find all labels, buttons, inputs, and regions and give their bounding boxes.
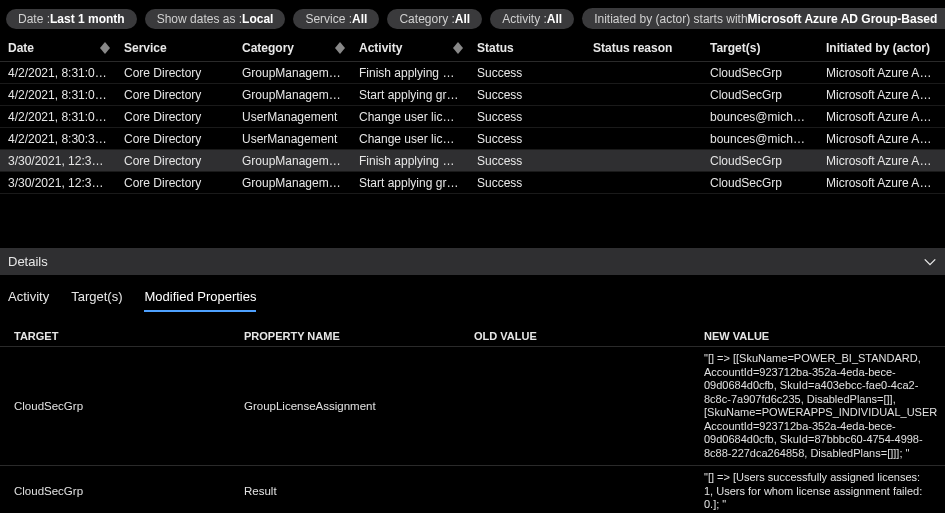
col-initiated-by[interactable]: Initiated by (actor): [818, 35, 945, 62]
col-service[interactable]: Service: [116, 35, 234, 62]
table-cell-category[interactable]: UserManagement: [234, 106, 351, 128]
prop-target: CloudSecGrp: [8, 466, 238, 513]
table-cell-status_reason[interactable]: [585, 84, 702, 106]
table-cell-status_reason[interactable]: [585, 150, 702, 172]
filter-bar: Date : Last 1 month Show dates as : Loca…: [0, 0, 945, 35]
table-cell-date[interactable]: 4/2/2021, 8:31:04 AM: [0, 84, 116, 106]
filter-service[interactable]: Service : All: [293, 9, 379, 29]
filter-category[interactable]: Category : All: [387, 9, 482, 29]
table-cell-status_reason[interactable]: [585, 62, 702, 84]
table-cell-service[interactable]: Core Directory: [116, 62, 234, 84]
prop-name: GroupLicenseAssignment: [238, 347, 468, 465]
filter-initiated-by[interactable]: Initiated by (actor) starts with Microso…: [582, 8, 945, 29]
table-cell-status[interactable]: Success: [469, 62, 585, 84]
filter-service-value: All: [352, 12, 367, 26]
table-cell-category[interactable]: GroupManagement: [234, 172, 351, 194]
table-cell-date[interactable]: 3/30/2021, 12:31:45 PM: [0, 150, 116, 172]
table-cell-targets[interactable]: CloudSecGrp: [702, 172, 818, 194]
table-cell-initiated_by[interactable]: Microsoft Azure AD Grou...: [818, 128, 945, 150]
table-cell-category[interactable]: GroupManagement: [234, 150, 351, 172]
table-cell-date[interactable]: 4/2/2021, 8:31:04 AM: [0, 62, 116, 84]
table-cell-initiated_by[interactable]: Microsoft Azure AD Grou...: [818, 84, 945, 106]
table-cell-service[interactable]: Core Directory: [116, 128, 234, 150]
table-cell-status[interactable]: Success: [469, 84, 585, 106]
prop-old: [468, 466, 698, 513]
props-row: CloudSecGrpResult"[] => [Users successfu…: [0, 465, 945, 513]
prop-new: "[] => [[SkuName=POWER_BI_STANDARD, Acco…: [698, 347, 937, 465]
table-cell-category[interactable]: GroupManagement: [234, 84, 351, 106]
table-cell-service[interactable]: Core Directory: [116, 84, 234, 106]
col-service-label: Service: [124, 41, 167, 55]
table-cell-targets[interactable]: CloudSecGrp: [702, 84, 818, 106]
filter-date[interactable]: Date : Last 1 month: [6, 9, 137, 29]
table-cell-activity[interactable]: Start applying group bas...: [351, 84, 469, 106]
prop-new: "[] => [Users successfully assigned lice…: [698, 466, 937, 513]
table-cell-activity[interactable]: Start applying group bas...: [351, 172, 469, 194]
details-header[interactable]: Details: [0, 248, 945, 275]
table-cell-activity[interactable]: Finish applying group ba...: [351, 62, 469, 84]
col-activity[interactable]: Activity: [351, 35, 469, 62]
table-cell-targets[interactable]: CloudSecGrp: [702, 150, 818, 172]
table-cell-activity[interactable]: Change user license: [351, 106, 469, 128]
filter-show-dates-as[interactable]: Show dates as : Local: [145, 9, 286, 29]
sort-icon: [453, 42, 463, 54]
col-targets[interactable]: Target(s): [702, 35, 818, 62]
table-cell-status[interactable]: Success: [469, 172, 585, 194]
table-cell-category[interactable]: UserManagement: [234, 128, 351, 150]
table-cell-initiated_by[interactable]: Microsoft Azure AD Grou...: [818, 150, 945, 172]
table-cell-status_reason[interactable]: [585, 128, 702, 150]
table-cell-date[interactable]: 4/2/2021, 8:31:02 AM: [0, 106, 116, 128]
sort-icon: [100, 42, 110, 54]
col-category[interactable]: Category: [234, 35, 351, 62]
table-cell-targets[interactable]: bounces@michev.info: [702, 106, 818, 128]
props-col-target: TARGET: [8, 326, 238, 346]
table-cell-initiated_by[interactable]: Microsoft Azure AD Grou...: [818, 62, 945, 84]
col-initiated-by-label: Initiated by (actor): [826, 41, 930, 55]
filter-activity[interactable]: Activity : All: [490, 9, 574, 29]
filter-activity-label: Activity :: [502, 12, 547, 26]
filter-service-label: Service :: [305, 12, 352, 26]
table-cell-initiated_by[interactable]: Microsoft Azure AD Grou...: [818, 106, 945, 128]
col-date[interactable]: Date: [0, 35, 116, 62]
tab-modified-properties[interactable]: Modified Properties: [144, 289, 256, 312]
prop-name: Result: [238, 466, 468, 513]
table-cell-date[interactable]: 4/2/2021, 8:30:31 AM: [0, 128, 116, 150]
col-category-label: Category: [242, 41, 294, 55]
table-cell-service[interactable]: Core Directory: [116, 172, 234, 194]
table-cell-service[interactable]: Core Directory: [116, 150, 234, 172]
table-cell-status_reason[interactable]: [585, 106, 702, 128]
table-cell-status[interactable]: Success: [469, 106, 585, 128]
col-activity-label: Activity: [359, 41, 402, 55]
chevron-down-icon: [923, 255, 937, 269]
filter-show-dates-value: Local: [242, 12, 273, 26]
table-cell-status[interactable]: Success: [469, 128, 585, 150]
audit-log-table: Date Service Category Activity Status St…: [0, 35, 945, 194]
table-cell-activity[interactable]: Finish applying group ba...: [351, 150, 469, 172]
table-cell-service[interactable]: Core Directory: [116, 106, 234, 128]
filter-activity-value: All: [547, 12, 562, 26]
col-status[interactable]: Status: [469, 35, 585, 62]
filter-category-label: Category :: [399, 12, 454, 26]
table-cell-targets[interactable]: CloudSecGrp: [702, 62, 818, 84]
prop-old: [468, 347, 698, 465]
props-row: CloudSecGrpGroupLicenseAssignment"[] => …: [0, 346, 945, 465]
filter-show-dates-label: Show dates as :: [157, 12, 242, 26]
props-col-old: OLD VALUE: [468, 326, 698, 346]
details-tabs: Activity Target(s) Modified Properties: [0, 275, 945, 312]
table-cell-status_reason[interactable]: [585, 172, 702, 194]
table-cell-status[interactable]: Success: [469, 150, 585, 172]
col-status-label: Status: [477, 41, 514, 55]
table-cell-targets[interactable]: bounces@michev.info: [702, 128, 818, 150]
filter-initiated-by-value: Microsoft Azure AD Group-Based: [748, 12, 938, 26]
table-cell-activity[interactable]: Change user license: [351, 128, 469, 150]
props-col-new: NEW VALUE: [698, 326, 937, 346]
col-targets-label: Target(s): [710, 41, 760, 55]
tab-targets[interactable]: Target(s): [71, 289, 122, 312]
table-cell-category[interactable]: GroupManagement: [234, 62, 351, 84]
table-cell-initiated_by[interactable]: Microsoft Azure AD Grou...: [818, 172, 945, 194]
table-cell-date[interactable]: 3/30/2021, 12:31:44 PM: [0, 172, 116, 194]
tab-activity[interactable]: Activity: [8, 289, 49, 312]
prop-target: CloudSecGrp: [8, 347, 238, 465]
filter-date-label: Date :: [18, 12, 50, 26]
col-status-reason[interactable]: Status reason: [585, 35, 702, 62]
